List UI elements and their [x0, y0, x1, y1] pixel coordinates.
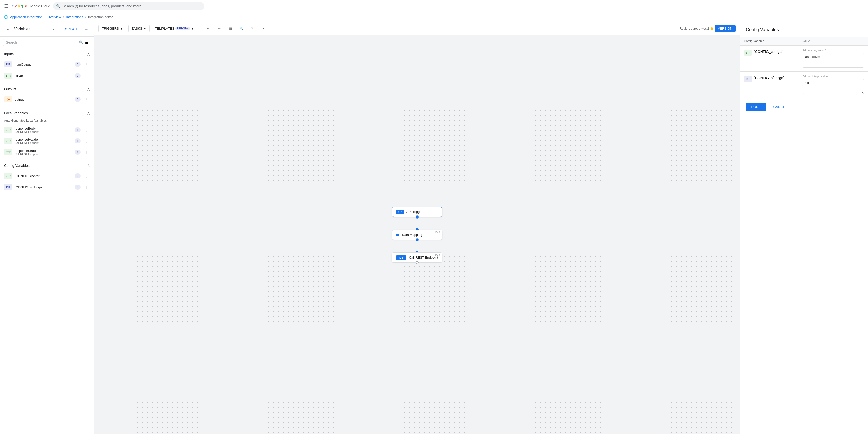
cancel-button[interactable]: CANCEL [769, 103, 792, 111]
search-container: 🔍 ☰ [0, 36, 94, 48]
undo-button[interactable]: ↩ [204, 24, 213, 33]
global-search-bar[interactable]: 🔍 Search (/) for resources, docs, produc… [53, 2, 204, 10]
var-info: responseHeader Call REST Endpoint [14, 138, 72, 144]
node-connector-dot-empty [415, 261, 418, 264]
var-info: responseBody Call REST Endpoint [14, 127, 72, 133]
table-row: STR `CONFIG_confgi1` Add a string value … [740, 45, 868, 72]
variable-item: STR responseHeader Call REST Endpoint 1 … [0, 135, 94, 146]
more-button[interactable]: ⋮ [83, 183, 90, 191]
triggers-label: TRIGGERS [102, 27, 119, 30]
main-layout: ← Variables ⇄ + CREATE ⇥ 🔍 ☰ Inputs ∧ IN… [0, 22, 868, 434]
var-name: numOutput [14, 63, 72, 66]
variables-panel: ← Variables ⇄ + CREATE ⇥ 🔍 ☰ Inputs ∧ IN… [0, 22, 94, 434]
data-mapping-container: ID:2 ⇆ Data Mapping [392, 230, 442, 240]
var-name: `CONFIG_sfdbcgn` [14, 185, 72, 189]
search-input-wrap[interactable]: 🔍 ☰ [3, 38, 91, 46]
var-name: responseHeader [14, 138, 72, 141]
value-label: Add a string value * [803, 48, 864, 52]
inputs-section-header[interactable]: Inputs ∧ [0, 48, 94, 59]
version-button[interactable]: VERSION [715, 25, 736, 32]
hamburger-icon[interactable]: ☰ [4, 3, 8, 9]
type-badge-int: INT [744, 76, 752, 82]
auto-generated-label: Auto Generated Local Variables [0, 118, 94, 124]
breadcrumb-overview[interactable]: Overview [48, 15, 61, 19]
node-id: ID:2 [435, 231, 440, 234]
connector-line-1 [417, 217, 417, 230]
var-name: responseBody [14, 127, 72, 130]
paint-button[interactable]: ✎ [248, 24, 257, 33]
config-value-cell-2[interactable]: Add an integer value * 10 [799, 72, 868, 98]
swap-icon-button[interactable]: ⇄ [50, 25, 58, 33]
type-badge-str: STR [4, 72, 12, 78]
filter-icon[interactable]: ☰ [85, 40, 88, 44]
config-value-textarea-1[interactable]: asdf sdvm [803, 53, 864, 68]
search-input[interactable] [6, 40, 77, 44]
collapse-panel-button[interactable]: ⇥ [82, 25, 90, 33]
zoom-button[interactable]: 🔍 [237, 24, 246, 33]
create-button[interactable]: + CREATE [60, 27, 80, 32]
config-value-cell-1[interactable]: Add a string value * asdf sdvm [799, 45, 868, 72]
breadcrumb-sep-1: / [44, 15, 45, 19]
search-placeholder: Search (/) for resources, docs, products… [62, 4, 141, 8]
mapping-icon: ⇆ [396, 232, 400, 237]
layout-button[interactable]: ▦ [226, 24, 235, 33]
type-badge-int: INT [4, 61, 12, 67]
variable-item: {J} output 0 ⋮ [0, 94, 94, 105]
more-button[interactable]: ⋮ [83, 61, 90, 68]
minus-button[interactable]: − [259, 24, 268, 33]
triggers-chevron-icon: ▼ [120, 27, 123, 30]
preview-badge: PREVIEW [175, 27, 190, 30]
section-divider [0, 159, 94, 159]
api-trigger-container: API API Trigger [392, 207, 442, 217]
config-panel-header: Config Variables [740, 22, 868, 37]
type-badge-str: STR [744, 49, 752, 56]
back-button[interactable]: ← [4, 25, 12, 33]
more-button[interactable]: ⋮ [83, 148, 90, 156]
more-button[interactable]: ⋮ [83, 137, 90, 144]
node-label: Data Mapping [402, 233, 423, 237]
config-value-textarea-2[interactable]: 10 [803, 79, 864, 94]
var-name: responseStatus [14, 149, 72, 153]
more-button[interactable]: ⋮ [83, 172, 90, 179]
breadcrumb-integrations[interactable]: Integrations [66, 15, 83, 19]
type-badge-obj: {J} [4, 96, 12, 102]
variable-item: STR responseStatus Call REST Endpoint 1 … [0, 146, 94, 158]
triggers-button[interactable]: TRIGGERS ▼ [98, 25, 126, 32]
region-badge: Region: europe-west1 VERSION [680, 25, 736, 32]
count-badge: 0 [74, 185, 81, 190]
config-vars-section-header[interactable]: Config Variables ∧ [0, 160, 94, 170]
cloud-text: Google Cloud [29, 4, 51, 8]
breadcrumb-editor: Integration editor: [88, 15, 114, 19]
var-info: responseStatus Call REST Endpoint [14, 149, 72, 156]
variable-item: STR `CONFIG_confgi1` 0 ⋮ [0, 170, 94, 181]
var-name: `CONFIG_confgi1` [14, 174, 72, 178]
done-button[interactable]: DONE [746, 103, 766, 111]
more-button[interactable]: ⋮ [83, 96, 90, 103]
api-badge: API [396, 210, 404, 214]
region-label: Region: europe-west1 [680, 27, 709, 30]
rest-badge: REST [396, 255, 406, 260]
more-button[interactable]: ⋮ [83, 126, 90, 133]
config-panel: Config Variables Config Variable Value S… [740, 22, 868, 434]
config-actions: DONE CANCEL [740, 98, 868, 116]
tasks-chevron-icon: ▼ [143, 27, 146, 30]
templates-button[interactable]: TEMPLATES PREVIEW ▼ [152, 25, 197, 32]
local-vars-section-header[interactable]: Local Variables ∧ [0, 107, 94, 118]
connector-line-2 [417, 240, 417, 253]
tasks-button[interactable]: TASKS ▼ [128, 25, 150, 32]
var-sub: Call REST Endpoint [14, 141, 72, 144]
count-badge: 1 [74, 149, 81, 155]
outputs-title: Outputs [4, 87, 17, 91]
count-badge: 1 [74, 138, 81, 143]
breadcrumb-app-integration[interactable]: Application Integration [10, 15, 42, 19]
type-badge-str: STR [4, 149, 12, 155]
outputs-section-header[interactable]: Outputs ∧ [0, 83, 94, 94]
inputs-chevron-icon: ∧ [87, 52, 90, 57]
redo-button[interactable]: ↪ [215, 24, 224, 33]
col-variable-header: Config Variable [740, 37, 799, 45]
variables-title: Variables [14, 27, 48, 31]
variables-header: ← Variables ⇄ + CREATE ⇥ [0, 22, 94, 36]
toolbar-separator [200, 26, 201, 32]
local-vars-title: Local Variables [4, 111, 28, 115]
more-button[interactable]: ⋮ [83, 72, 90, 79]
